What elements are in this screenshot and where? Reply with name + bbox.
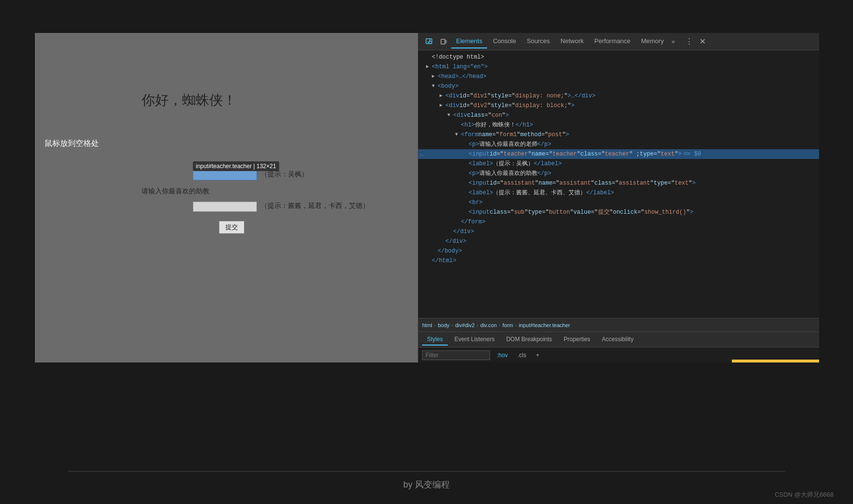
code-line[interactable]: <input class="sub" type="button" value="… <box>418 207 819 217</box>
page-content: 你好，蜘蛛侠！ <box>142 91 408 119</box>
devtools-code-area: <!doctype html> ▶ <html lang="en"> ▶ <he… <box>418 50 819 318</box>
filter-cls[interactable]: .cls <box>515 351 529 360</box>
breadcrumb-bar: html › body › div#div2 › div.con › form … <box>418 318 819 331</box>
code-line[interactable]: ▼ <body> <box>418 81 819 91</box>
tab-accessibility[interactable]: Accessibility <box>597 334 638 346</box>
tab-styles[interactable]: Styles <box>422 334 448 346</box>
arrow-icon: ▶ <box>440 92 445 100</box>
teacher-input[interactable] <box>193 170 257 180</box>
code-line[interactable]: ▶ <div id="div2" style="display: block;"… <box>418 101 819 110</box>
code-line: </form> <box>418 217 819 227</box>
code-line[interactable]: ▼ <div class="con" > <box>418 110 819 120</box>
svg-rect-1 <box>441 39 445 44</box>
tab-properties[interactable]: Properties <box>559 334 595 346</box>
page-area: 你好，蜘蛛侠！ 鼠标放到空格处 input#teacher.teacher | … <box>35 33 418 362</box>
more-tabs-icon[interactable]: » <box>670 35 677 48</box>
code-line: </div> <box>418 236 819 246</box>
assistant-input[interactable] <box>193 202 257 212</box>
footer-area: by 风变编程 CSDN @大师兄6668 <box>0 465 853 504</box>
code-line: <!doctype html> <box>418 52 819 62</box>
assistant-label: 请输入你最喜欢的助教 <box>142 187 209 196</box>
arrow-icon: ▼ <box>447 111 453 120</box>
assistant-hint: （提示：酱酱，延君，卡西，艾德） <box>261 202 369 210</box>
code-line[interactable]: ▶ <html lang="en"> <box>418 62 819 72</box>
input-tooltip: input#teacher.teacher | 132×21 <box>193 161 279 171</box>
tab-network[interactable]: Network <box>556 34 589 48</box>
filter-input[interactable] <box>422 350 490 360</box>
code-line: </body> <box>418 246 819 256</box>
tab-performance[interactable]: Performance <box>589 34 635 48</box>
tab-sources[interactable]: Sources <box>522 34 555 48</box>
browser-window: 你好，蜘蛛侠！ 鼠标放到空格处 input#teacher.teacher | … <box>35 33 819 362</box>
breadcrumb-input[interactable]: input#teacher.teacher <box>519 322 570 328</box>
arrow-icon: ▶ <box>440 101 445 110</box>
selected-marker: == $0 <box>683 150 701 158</box>
bottom-tabs: Styles Event Listeners DOM Breakpoints P… <box>418 331 819 347</box>
highlighted-code-line[interactable]: … <input id="teacher" name="teacher" cla… <box>418 149 819 159</box>
code-line: </div> <box>418 227 819 236</box>
submit-button[interactable]: 提交 <box>219 221 244 234</box>
tab-elements[interactable]: Elements <box>451 34 487 48</box>
annotation-text: 鼠标放到空格处 <box>45 139 99 149</box>
footer-divider <box>68 471 785 472</box>
tab-dom-breakpoints[interactable]: DOM Breakpoints <box>501 334 557 346</box>
tab-console[interactable]: Console <box>488 34 521 48</box>
code-line: <label> （提示：酱酱、延君、卡西、艾德） </label> <box>418 188 819 198</box>
page-title: 你好，蜘蛛侠！ <box>142 91 408 110</box>
yellow-bar <box>732 360 819 362</box>
code-line[interactable]: ▶ <head>…</head> <box>418 72 819 81</box>
breadcrumb-body[interactable]: body <box>438 322 449 328</box>
code-line[interactable]: <input id="assistant" name="assistant" c… <box>418 178 819 188</box>
ellipsis-marker: … <box>420 150 424 158</box>
menu-dots-icon[interactable]: ⋮ <box>685 37 693 46</box>
code-line[interactable]: ▶ <div id="div1" style="display: none;" … <box>418 91 819 101</box>
tab-event-listeners[interactable]: Event Listeners <box>450 334 500 346</box>
filter-hov[interactable]: :hov <box>494 351 511 360</box>
code-line: <br> <box>418 198 819 207</box>
code-line: <h1> 你好，蜘蛛侠！ </h1> <box>418 120 819 130</box>
devtools-header: Elements Console Sources Network Perform… <box>418 33 819 50</box>
teacher-hint: （提示：吴枫） <box>261 170 308 179</box>
arrow-icon: ▼ <box>455 130 461 139</box>
devtools-panel: Elements Console Sources Network Perform… <box>418 33 819 362</box>
filter-plus[interactable]: + <box>533 351 542 360</box>
csdn-attribution: CSDN @大师兄6668 <box>774 490 834 499</box>
svg-rect-2 <box>445 40 446 43</box>
code-line: <p> 请输入你最喜欢的助教 </p> <box>418 169 819 178</box>
arrow-icon: ▶ <box>426 63 432 71</box>
breadcrumb-con[interactable]: div.con <box>480 322 497 328</box>
code-line: </html> <box>418 256 819 266</box>
code-line: <label> （提示：吴枫） </label> <box>418 159 819 169</box>
breadcrumb-html[interactable]: html <box>422 322 432 328</box>
close-icon[interactable]: ⋮ ✕ <box>681 35 709 48</box>
code-line[interactable]: ▼ <form name="form1" method="post" > <box>418 130 819 140</box>
device-icon[interactable] <box>437 35 450 48</box>
footer-brand: by 风变编程 <box>403 479 450 490</box>
tab-memory[interactable]: Memory <box>636 34 669 48</box>
inspect-icon[interactable] <box>422 35 436 48</box>
breadcrumb-div2[interactable]: div#div2 <box>455 322 474 328</box>
code-line: <p> 请输入你最喜欢的老师 </p> <box>418 140 819 149</box>
arrow-icon: ▼ <box>432 82 438 91</box>
arrow-icon: ▶ <box>432 72 438 81</box>
breadcrumb-form[interactable]: form <box>503 322 513 328</box>
